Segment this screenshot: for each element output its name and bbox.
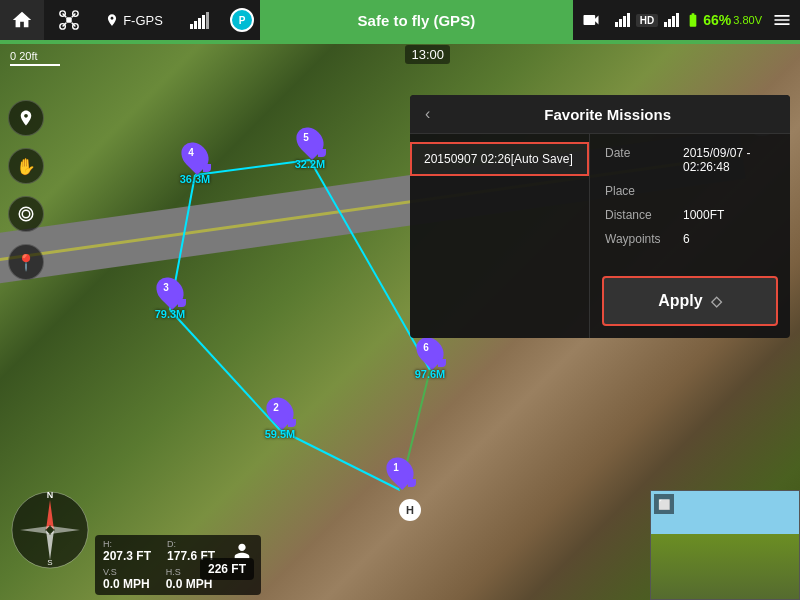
waypoint-2[interactable]: 2 59.5M [268, 396, 292, 430]
detail-waypoints-row: Waypoints 6 [605, 232, 775, 246]
drone-icon-area [44, 0, 94, 40]
apply-label: Apply [658, 292, 702, 310]
waypoint-2-label: 59.5M [265, 428, 296, 440]
mission-detail-area: Date 2015/09/07 - 02:26:48 Place Distanc… [590, 134, 790, 338]
panel-back-button[interactable]: ‹ [425, 105, 430, 123]
gps-name: F-GPS [123, 13, 163, 28]
camera-icon[interactable] [573, 0, 609, 40]
date-key: Date [605, 146, 675, 174]
detail-date-row: Date 2015/09/07 - 02:26:48 [605, 146, 775, 174]
status-text: Safe to fly (GPS) [260, 0, 573, 40]
waypoints-val: 6 [683, 232, 690, 246]
missions-panel: ‹ Favorite Missions 20150907 02:26[Auto … [410, 95, 790, 338]
apply-icon: ◇ [711, 293, 722, 309]
hand-tool-button[interactable]: ✋ [8, 148, 44, 184]
detail-distance-row: Distance 1000FT [605, 208, 775, 222]
compass-rose: N S [10, 490, 90, 570]
scale-bar: 0 20ft [10, 50, 60, 66]
vs-label: V.S [103, 567, 150, 577]
battery-percent: 66% [703, 12, 731, 28]
panel-content: 20150907 02:26[Auto Save] Date 2015/09/0… [410, 134, 790, 338]
scale-bar-line [10, 64, 60, 66]
status-bar-accent [0, 40, 800, 44]
d-label: D: [167, 539, 215, 549]
waypoint-4-label: 36.3M [180, 173, 211, 185]
map-controls: ✋ 📍 [8, 100, 44, 280]
menu-button[interactable] [764, 0, 800, 40]
video-signal [615, 13, 630, 27]
mission-item-1[interactable]: 20150907 02:26[Auto Save] [410, 142, 589, 176]
vs-value: 0.0 MPH [103, 577, 150, 591]
mini-camera-view[interactable]: ⬜ [650, 490, 800, 600]
right-controls: HD 66% 3.80V [573, 0, 800, 40]
distance-val: 1000FT [683, 208, 724, 222]
waypoint-3-label: 79.3M [155, 308, 186, 320]
distance-key: Distance [605, 208, 675, 222]
location-button[interactable] [8, 100, 44, 136]
waypoint-3[interactable]: 3 79.3M [158, 276, 182, 310]
panel-title: Favorite Missions [440, 106, 775, 123]
waypoint-5[interactable]: 5 32.2M [298, 126, 322, 160]
place-key: Place [605, 184, 675, 198]
panel-header: ‹ Favorite Missions [410, 95, 790, 134]
battery-voltage: 3.80V [733, 14, 762, 26]
altitude-badge: 226 FT [200, 558, 254, 580]
missions-list: 20150907 02:26[Auto Save] [410, 134, 590, 338]
waypoint-6[interactable]: 6 97.6M [418, 336, 442, 370]
pin-button[interactable]: 📍 [8, 244, 44, 280]
detail-place-row: Place [605, 184, 775, 198]
time-display: 13:00 [405, 45, 450, 64]
hd-badge: HD [636, 14, 658, 27]
h-value: 207.3 FT [103, 549, 151, 563]
home-button[interactable] [0, 0, 44, 40]
signal-icon [174, 0, 224, 40]
waypoint-5-label: 32.2M [295, 158, 326, 170]
apply-button[interactable]: Apply ◇ [602, 276, 778, 326]
battery-indicator: 66% [685, 12, 731, 28]
mode-icon[interactable]: P [224, 0, 260, 40]
rc-signal [664, 13, 679, 27]
home-marker: H [399, 499, 421, 521]
map-view[interactable]: 0 20ft 13:00 ✋ 📍 [0, 40, 800, 600]
orbit-button[interactable] [8, 196, 44, 232]
waypoint-4[interactable]: 4 36.3M [183, 141, 207, 175]
top-bar: F-GPS P Safe to fly (GPS) HD [0, 0, 800, 40]
svg-rect-4 [66, 17, 72, 23]
waypoint-1[interactable]: 1 [388, 456, 412, 490]
h-label: H: [103, 539, 151, 549]
date-val: 2015/09/07 - 02:26:48 [683, 146, 775, 174]
gps-label: F-GPS [94, 0, 174, 40]
mission-details: Date 2015/09/07 - 02:26:48 Place Distanc… [590, 134, 790, 268]
svg-text:N: N [47, 490, 54, 500]
waypoint-6-label: 97.6M [415, 368, 446, 380]
waypoints-key: Waypoints [605, 232, 675, 246]
camera-mode-icon: ⬜ [654, 494, 674, 514]
svg-text:S: S [47, 558, 52, 567]
